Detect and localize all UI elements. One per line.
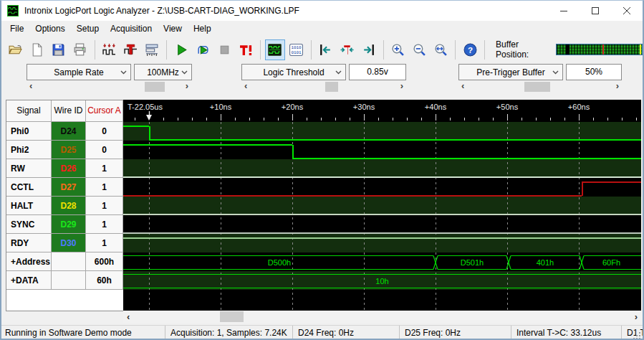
menu-item-file[interactable]: File [4, 22, 29, 35]
signal-name-cell[interactable]: SYNC [6, 215, 52, 234]
signal-name-cell[interactable]: CCTL [6, 178, 52, 197]
run-continuous-button[interactable] [193, 39, 213, 60]
cursor-a-value-cell[interactable]: 1 [86, 178, 123, 197]
signal-name-cell[interactable]: RDY [6, 234, 52, 252]
wire-id-cell[interactable]: D24 [52, 122, 86, 141]
wire-id-cell[interactable]: D28 [52, 197, 86, 215]
signal-name-cell[interactable]: Phi0 [6, 122, 52, 141]
signal-name-cell[interactable]: RW [6, 159, 52, 178]
waveform-scrollbar[interactable]: ‹ › [123, 311, 641, 323]
cursor-a-value-cell[interactable]: 600h [86, 252, 123, 271]
waveform-area[interactable]: T-22.05us+10ns+20ns+30ns+40ns+50ns+60nsD… [123, 100, 641, 311]
signal-list-icon [145, 43, 159, 57]
svg-text:+60ns: +60ns [568, 103, 590, 111]
define-signals-button[interactable] [100, 39, 120, 60]
signal-name-cell[interactable]: HALT [6, 197, 52, 215]
wire-id-cell[interactable]: D25 [52, 141, 86, 159]
status-extra: D1 T [621, 326, 644, 340]
maximize-button[interactable] [580, 1, 611, 21]
cursor-a-value-cell[interactable]: 1 [86, 215, 123, 234]
menu-item-options[interactable]: Options [29, 22, 70, 35]
help-button[interactable]: ? [460, 39, 480, 60]
open-button[interactable] [6, 39, 26, 60]
signal-table: Signal Wire ID Cursor A Phi0D240Phi2D250… [6, 100, 124, 311]
new-button[interactable] [27, 39, 47, 60]
menu-item-acquisition[interactable]: Acquisition [105, 22, 158, 35]
state-view-button[interactable]: 10100101 [287, 39, 307, 60]
status-acquisition: Acquisition: 1, Samples: 7.24K [165, 326, 292, 340]
sample-rate-value-combo[interactable]: 100MHz [134, 64, 192, 80]
pre-trigger-input[interactable]: 50% [566, 64, 622, 80]
goto-trigger-button[interactable] [337, 39, 357, 60]
print-button[interactable] [70, 39, 90, 60]
menu-item-help[interactable]: Help [188, 22, 217, 35]
logic-threshold-input[interactable]: 0.85v [349, 64, 406, 80]
waveform-view-button[interactable] [265, 39, 285, 60]
goto-start-button[interactable] [316, 39, 336, 60]
svg-text:T-22.05us: T-22.05us [128, 103, 163, 111]
window-title: Intronix LogicPort Logic Analyzer - Z:\U… [24, 6, 299, 16]
sample-rate-combo[interactable]: Sample Rate [27, 64, 131, 80]
signal-list-button[interactable] [142, 39, 162, 60]
logic-threshold-combo[interactable]: Logic Threshold [241, 64, 346, 80]
menu-item-setup[interactable]: Setup [71, 22, 105, 35]
scroll-thumb[interactable] [524, 82, 550, 92]
scroll-thumb[interactable] [220, 311, 244, 322]
open-folder-icon [9, 43, 22, 57]
close-button[interactable] [611, 1, 643, 21]
signal-name-cell[interactable]: +Address [6, 252, 52, 271]
table-row: RDYD301 [6, 234, 123, 252]
pre-trigger-combo[interactable]: Pre-Trigger Buffer [458, 64, 563, 80]
goto-end-button[interactable] [359, 39, 379, 60]
svg-text:60Fh: 60Fh [602, 258, 620, 267]
signal-name-cell[interactable]: Phi2 [6, 141, 52, 159]
scroll-right-icon[interactable]: › [400, 81, 403, 91]
wire-id-cell[interactable]: D27 [52, 178, 86, 197]
stop-button[interactable] [214, 39, 234, 60]
svg-text:D501h: D501h [461, 258, 484, 267]
trigger-now-button[interactable] [236, 39, 256, 60]
cursor-a-value-cell[interactable]: 1 [86, 197, 123, 215]
cursor-a-value-cell[interactable]: 1 [86, 159, 123, 178]
table-row: CCTLD271 [6, 178, 123, 197]
cursor-a-value-cell[interactable]: 0 [86, 141, 123, 159]
resize-grip[interactable] [639, 338, 640, 339]
zoom-out-button[interactable] [409, 39, 429, 60]
pre-trigger-scrollbar[interactable]: ‹ › [458, 82, 622, 92]
menubar: File Options Setup Acquisition View Help [1, 21, 643, 37]
scroll-right-icon[interactable]: › [186, 81, 188, 91]
cursor-a-value-cell[interactable]: 0 [86, 122, 123, 141]
sample-rate-scrollbar[interactable]: ‹ › [27, 82, 191, 92]
scroll-thumb[interactable] [145, 82, 165, 92]
help-icon: ? [463, 43, 477, 57]
trigger-setup-button[interactable] [121, 39, 141, 60]
signal-name-cell[interactable]: +DATA [6, 271, 52, 290]
run-button[interactable] [171, 39, 191, 60]
scroll-left-icon[interactable]: ‹ [127, 311, 130, 323]
run-icon [175, 43, 188, 57]
zoom-fit-button[interactable] [431, 39, 451, 60]
scroll-right-icon[interactable]: › [616, 81, 619, 91]
define-signals-icon [102, 43, 116, 57]
wire-id-cell[interactable] [52, 271, 86, 290]
buffer-view-marker[interactable] [566, 44, 569, 55]
zoom-in-button[interactable] [388, 39, 408, 60]
scroll-left-icon[interactable]: ‹ [29, 81, 32, 91]
svg-text:?: ? [468, 44, 473, 54]
minimize-button[interactable] [548, 1, 580, 21]
svg-text:10h: 10h [375, 277, 388, 285]
scroll-thumb[interactable] [325, 82, 338, 92]
logic-threshold-scrollbar[interactable]: ‹ › [241, 82, 406, 92]
wire-id-cell[interactable]: D26 [52, 159, 86, 178]
save-button[interactable] [49, 39, 69, 60]
wire-id-cell[interactable]: D29 [52, 215, 86, 234]
wire-id-cell[interactable]: D30 [52, 234, 86, 252]
scroll-left-icon[interactable]: ‹ [461, 81, 464, 91]
buffer-position-slider[interactable] [556, 44, 643, 55]
wire-id-cell[interactable] [52, 252, 86, 271]
scroll-left-icon[interactable]: ‹ [244, 81, 247, 91]
cursor-a-value-cell[interactable]: 60h [86, 271, 123, 290]
cursor-a-value-cell[interactable]: 1 [86, 234, 123, 252]
menu-item-view[interactable]: View [158, 22, 188, 35]
scroll-right-icon[interactable]: › [635, 311, 638, 323]
